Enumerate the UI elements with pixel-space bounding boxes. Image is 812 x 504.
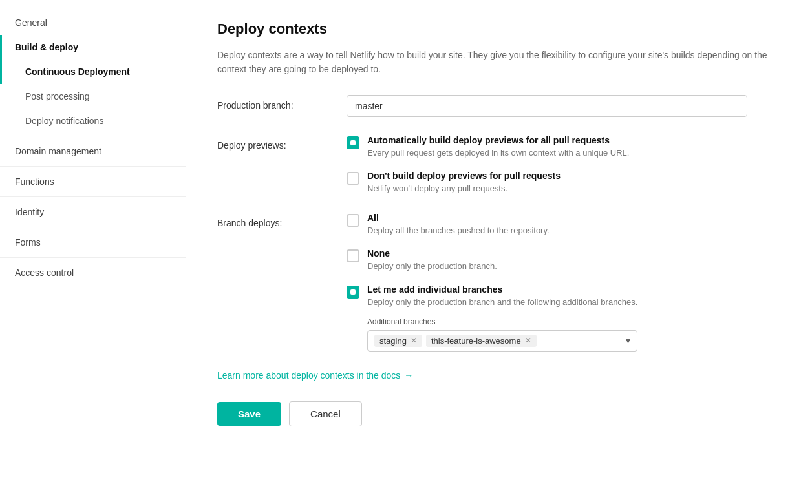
sidebar-item-continuous-deployment[interactable]: Continuous Deployment: [0, 59, 186, 84]
radio-auto-preview-desc: Every pull request gets deployed in its …: [367, 147, 629, 159]
radio-individual-desc: Deploy only the production branch and th…: [367, 297, 637, 308]
production-branch-label: Production branch:: [217, 95, 347, 110]
radio-individual-title: Let me add individual branches: [367, 284, 637, 295]
deploy-previews-row: Deploy previews: Automatically build dep…: [217, 135, 781, 194]
branch-tag-staging-name: staging: [379, 336, 407, 346]
learn-more-arrow: →: [404, 370, 413, 381]
cancel-button[interactable]: Cancel: [289, 401, 362, 426]
page-description: Deploy contexts are a way to tell Netlif…: [217, 48, 773, 77]
branch-deploys-control: All Deploy all the branches pushed to th…: [347, 213, 781, 352]
save-button[interactable]: Save: [217, 402, 281, 426]
sidebar-item-functions[interactable]: Functions: [0, 169, 186, 194]
branch-option-individual[interactable]: Let me add individual branches Deploy on…: [347, 284, 781, 352]
branch-option-none[interactable]: None Deploy only the production branch.: [347, 248, 781, 272]
deploy-option-auto[interactable]: Automatically build deploy previews for …: [347, 135, 781, 159]
radio-none-title: None: [367, 248, 497, 258]
branch-option-all[interactable]: All Deploy all the branches pushed to th…: [347, 213, 781, 236]
radio-no-preview-title: Don't build deploy previews for pull req…: [367, 171, 561, 181]
sidebar-item-access-control[interactable]: Access control: [0, 260, 186, 285]
branch-tag-feature-remove[interactable]: ✕: [525, 337, 531, 344]
radio-all-title: All: [367, 213, 550, 223]
radio-none-branches[interactable]: [347, 249, 359, 262]
branch-tag-staging: staging ✕: [374, 335, 422, 347]
radio-individual-branches[interactable]: [347, 286, 359, 299]
learn-more-text: Learn more about deploy contexts in the …: [217, 370, 400, 381]
branch-tag-staging-remove[interactable]: ✕: [411, 337, 417, 344]
additional-branches-label: Additional branches: [367, 317, 637, 326]
main-content: Deploy contexts Deploy contexts are a wa…: [186, 0, 812, 504]
learn-more-link[interactable]: Learn more about deploy contexts in the …: [217, 370, 413, 381]
branch-deploys-row: Branch deploys: All Deploy all the branc…: [217, 213, 781, 352]
radio-no-preview[interactable]: [347, 172, 359, 185]
divider-3: [0, 196, 186, 197]
deploy-option-none[interactable]: Don't build deploy previews for pull req…: [347, 171, 781, 194]
sidebar-item-identity[interactable]: Identity: [0, 200, 186, 224]
branch-tag-feature: this-feature-is-awesome ✕: [426, 335, 537, 347]
radio-no-preview-desc: Netlify won't deploy any pull requests.: [367, 183, 561, 194]
content-card: Deploy contexts Deploy contexts are a wa…: [186, 0, 812, 504]
page-title: Deploy contexts: [217, 21, 781, 37]
production-branch-input[interactable]: [347, 95, 747, 117]
production-branch-control: [347, 95, 781, 117]
radio-none-desc: Deploy only the production branch.: [367, 260, 497, 272]
sidebar-item-post-processing[interactable]: Post processing: [0, 84, 186, 109]
branch-tag-feature-name: this-feature-is-awesome: [431, 336, 521, 346]
branches-input-container[interactable]: staging ✕ this-feature-is-awesome ✕ ▾: [367, 330, 637, 352]
divider-1: [0, 136, 186, 136]
deploy-previews-control: Automatically build deploy previews for …: [347, 135, 781, 194]
radio-all-branches[interactable]: [347, 214, 359, 227]
sidebar-item-general[interactable]: General: [0, 10, 186, 35]
radio-auto-preview-title: Automatically build deploy previews for …: [367, 135, 629, 145]
action-buttons: Save Cancel: [217, 401, 781, 426]
branches-dropdown-arrow[interactable]: ▾: [626, 335, 630, 346]
sidebar: General Build & deploy Continuous Deploy…: [0, 0, 186, 504]
sidebar-item-deploy-notifications[interactable]: Deploy notifications: [0, 109, 186, 133]
deploy-previews-label: Deploy previews:: [217, 135, 347, 151]
divider-5: [0, 257, 186, 258]
sidebar-item-domain-management[interactable]: Domain management: [0, 139, 186, 163]
divider-2: [0, 166, 186, 167]
radio-all-desc: Deploy all the branches pushed to the re…: [367, 225, 550, 236]
production-branch-row: Production branch:: [217, 95, 781, 117]
divider-4: [0, 227, 186, 227]
sidebar-item-forms[interactable]: Forms: [0, 230, 186, 255]
branch-deploys-label: Branch deploys:: [217, 213, 347, 228]
sidebar-item-build-deploy[interactable]: Build & deploy: [0, 35, 186, 59]
radio-auto-preview[interactable]: [347, 136, 359, 149]
